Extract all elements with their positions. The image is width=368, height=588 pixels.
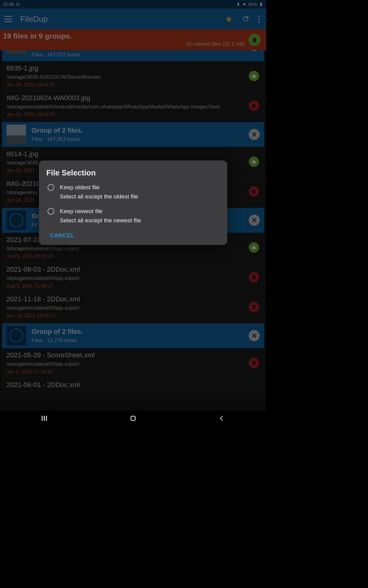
option-label: Keep oldest file (60, 184, 100, 191)
svg-rect-7 (131, 416, 135, 420)
recents-button[interactable] (40, 414, 49, 423)
radio-icon (48, 184, 54, 191)
option-description: Select all except the newest file (39, 215, 227, 228)
option-keep-newest[interactable]: Keep newest file (39, 204, 227, 215)
svg-rect-5 (44, 416, 45, 421)
option-keep-oldest[interactable]: Keep oldest file (39, 180, 227, 191)
radio-icon (48, 208, 54, 215)
back-button[interactable] (217, 414, 226, 423)
svg-rect-4 (42, 416, 43, 421)
file-selection-dialog: File Selection Keep oldest file Select a… (39, 160, 227, 245)
option-label: Keep newest file (60, 208, 102, 215)
home-button[interactable] (128, 414, 138, 423)
option-description: Select all except the oldest file (39, 191, 227, 204)
android-nav-bar (0, 410, 266, 426)
svg-rect-6 (46, 416, 47, 421)
cancel-button[interactable]: CANCEL (39, 228, 75, 240)
dialog-title: File Selection (39, 168, 227, 180)
